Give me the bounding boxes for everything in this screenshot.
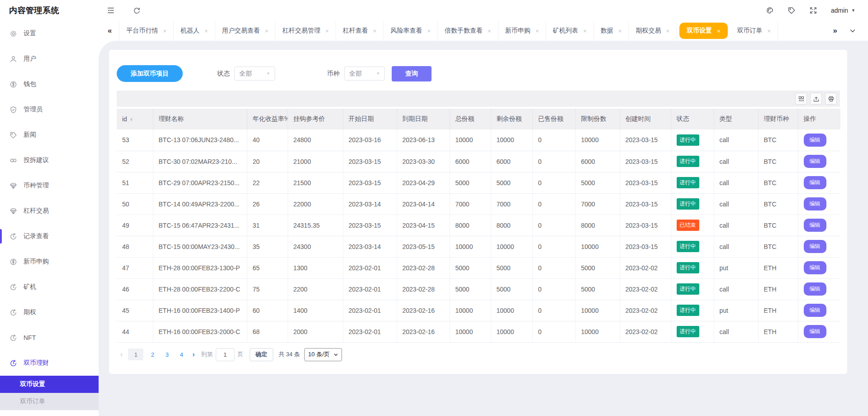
tab-item[interactable]: 倍数手数查看× [438, 21, 498, 41]
tab-item[interactable]: 期权交易× [629, 21, 677, 41]
sidebar-item[interactable]: 新币申购 [0, 249, 99, 274]
tabs-scroll-left[interactable]: « [99, 21, 119, 41]
close-icon[interactable]: × [163, 28, 166, 34]
tab-item[interactable]: 杠杆交易管理× [275, 21, 336, 41]
cell-rate: 20 [247, 151, 288, 172]
close-icon[interactable]: × [488, 28, 491, 34]
tab-item[interactable]: 双币设置× [679, 23, 728, 39]
page-number[interactable]: 2 [147, 349, 158, 360]
status-badge: 进行中 [677, 177, 699, 188]
close-icon[interactable]: × [373, 28, 377, 34]
close-icon[interactable]: × [717, 28, 721, 34]
edit-button[interactable]: 编辑 [804, 240, 826, 253]
close-icon[interactable]: × [325, 28, 329, 34]
next-page-icon[interactable]: › [189, 350, 198, 359]
confirm-page-button[interactable]: 确定 [250, 348, 273, 361]
edit-button[interactable]: 编辑 [804, 155, 826, 168]
tag-icon[interactable] [787, 6, 796, 14]
cell-limit: 5000 [575, 278, 620, 300]
edit-button[interactable]: 编辑 [804, 219, 826, 232]
sidebar-menu: 设置用户钱包管理员新闻投拆建议币种管理杠杆交易记录查看新币申购矿机期权NFT双币… [0, 21, 99, 376]
close-icon[interactable]: × [536, 28, 539, 34]
edit-button[interactable]: 编辑 [804, 282, 826, 296]
sidebar-subitem[interactable]: 双币订单 [0, 393, 99, 410]
close-icon[interactable]: × [768, 28, 771, 34]
sidebar-item[interactable]: 矿机 [0, 274, 99, 300]
sidebar-item[interactable]: 管理员 [0, 97, 99, 122]
sidebar-item[interactable]: 设置 [0, 21, 99, 46]
username: admin [831, 7, 848, 14]
edit-button[interactable]: 编辑 [804, 261, 826, 274]
tab-label: 矿机列表 [553, 27, 578, 35]
sidebar-item[interactable]: 用户 [0, 46, 99, 72]
sidebar-item[interactable]: 记录查看 [0, 224, 99, 249]
edit-button[interactable]: 编辑 [804, 197, 826, 210]
close-icon[interactable]: × [618, 28, 622, 34]
tab-item[interactable]: 机器人× [174, 21, 215, 41]
status-select[interactable]: 全部 ▼ [234, 67, 275, 81]
cell-rate: 26 [247, 193, 288, 215]
cell-coin: BTC [758, 151, 798, 172]
sidebar-subitem[interactable]: 双币设置 [0, 376, 99, 393]
fullscreen-icon[interactable] [809, 6, 817, 14]
export-icon[interactable] [810, 93, 822, 105]
sidebar-item[interactable]: 双币理财 [0, 350, 99, 376]
gem-icon [9, 182, 17, 190]
print-icon[interactable] [825, 93, 837, 105]
tab-item[interactable]: 数据× [594, 21, 629, 41]
sidebar-item[interactable]: 杠杆交易 [0, 198, 99, 224]
tab-item[interactable]: 风险率查看× [384, 21, 438, 41]
edit-button[interactable]: 编辑 [804, 176, 826, 189]
edit-button[interactable]: 编辑 [804, 304, 826, 317]
palette-icon[interactable] [766, 6, 774, 14]
page-number[interactable]: 3 [161, 349, 172, 360]
page-number[interactable]: 4 [176, 349, 187, 360]
page-size-select[interactable]: 10 条/页 [304, 348, 342, 361]
close-icon[interactable]: × [204, 28, 208, 34]
coin-select-value: 全部 [349, 70, 362, 78]
page-number-list: 1234 [126, 349, 189, 360]
tab-item[interactable]: 杠杆查看× [336, 21, 384, 41]
chevron-down-icon[interactable] [849, 27, 856, 34]
cell-created: 2023-02-02 [620, 321, 671, 342]
sidebar-item[interactable]: NFT [0, 325, 99, 350]
close-icon[interactable]: × [666, 28, 669, 34]
tab-item[interactable]: 平台币行情× [119, 21, 174, 41]
prev-page-icon[interactable]: ‹ [117, 350, 126, 359]
column-header-label: 年化收益率% [253, 115, 288, 122]
collapse-menu-icon[interactable] [107, 6, 115, 14]
columns-icon[interactable] [795, 93, 807, 105]
cell-price: 1400 [288, 300, 343, 321]
sidebar-item[interactable]: 币种管理 [0, 173, 99, 198]
close-icon[interactable]: × [265, 28, 269, 34]
close-icon[interactable]: × [427, 28, 431, 34]
history-icon [9, 309, 17, 316]
cell-id: 50 [117, 193, 153, 215]
tab-item[interactable]: 双币订单× [730, 21, 778, 41]
page-number[interactable]: 1 [128, 349, 143, 360]
goto-page-input[interactable] [216, 348, 235, 361]
edit-button[interactable]: 编辑 [804, 134, 826, 147]
tab-item[interactable]: 用户交易查看× [215, 21, 276, 41]
sort-icon[interactable]: ▲▼ [130, 118, 133, 121]
cell-start: 2023-03-15 [343, 151, 397, 172]
column-header[interactable]: id▲▼ [117, 109, 153, 129]
add-dual-project-button[interactable]: 添加双币项目 [117, 65, 183, 82]
sidebar-item[interactable]: 新闻 [0, 122, 99, 148]
sidebar-item[interactable]: 投拆建议 [0, 148, 99, 173]
tab-item[interactable]: 矿机列表× [546, 21, 594, 41]
sidebar-item[interactable]: 钱包 [0, 72, 99, 97]
tabs-scroll-right[interactable]: » [833, 26, 837, 35]
search-button[interactable]: 查询 [392, 66, 432, 81]
user-menu[interactable]: admin ▼ [831, 7, 855, 14]
refresh-icon[interactable] [133, 7, 141, 14]
cell-coin: ETH [758, 321, 798, 342]
cell-status: 进行中 [671, 278, 714, 300]
sidebar-item[interactable]: 期权 [0, 300, 99, 325]
tab-item[interactable]: 新币申购× [498, 21, 546, 41]
close-icon[interactable]: × [583, 28, 587, 34]
cell-action: 编辑 [798, 193, 840, 215]
edit-button[interactable]: 编辑 [804, 325, 826, 338]
coin-select[interactable]: 全部 ▼ [344, 67, 385, 81]
cell-coin: BTC [758, 129, 798, 151]
